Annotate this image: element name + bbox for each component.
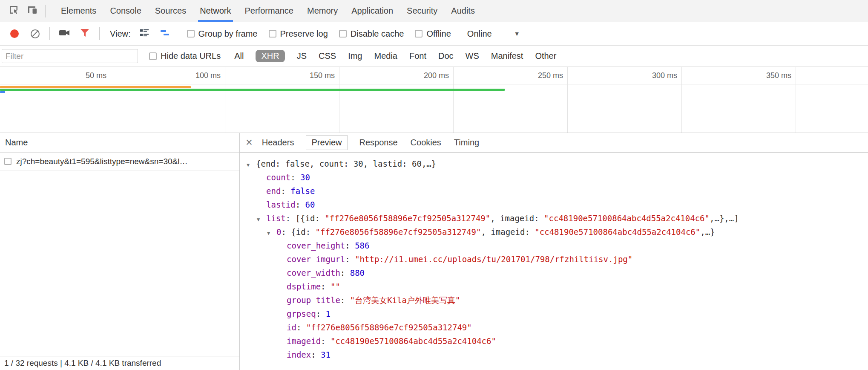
tree-row[interactable]: ▼0: {id: "ff276e8056f58896e7cf92505a3127… [247, 225, 868, 239]
request-list-empty-space [0, 171, 239, 356]
tree-row[interactable]: ▼list: [{id: "ff276e8056f58896e7cf92505a… [247, 211, 868, 225]
show-overview-button[interactable] [155, 25, 174, 43]
timeline-tick-label: 100 ms [161, 70, 221, 81]
timeline-gridline [225, 67, 225, 133]
details-tab-preview[interactable]: Preview [306, 135, 347, 150]
json-plain: : [{id: [286, 214, 325, 223]
json-key: cover_width [287, 268, 340, 278]
json-string: "台湾美女Kila户外唯美写真" [350, 295, 460, 305]
tree-row[interactable]: count: 30 [247, 171, 868, 184]
checkbox-preserve-log[interactable]: Preserve log [269, 29, 328, 39]
tree-row[interactable]: dsptime: "" [247, 280, 868, 293]
json-number: 586 [355, 241, 369, 250]
tree-row[interactable]: ▼{end: false, count: 30, lastid: 60,…} [247, 157, 868, 171]
filter-type-media[interactable]: Media [374, 51, 397, 61]
list-rows-icon [139, 27, 150, 40]
close-details-icon[interactable]: × [246, 137, 253, 148]
filter-type-all[interactable]: All [234, 51, 244, 61]
overview-bars-icon [159, 27, 170, 40]
checkbox-icon [269, 30, 276, 38]
separator [99, 27, 100, 40]
device-toolbar-button[interactable] [23, 2, 42, 20]
filter-type-css[interactable]: CSS [319, 51, 336, 61]
main-tabbar: ElementsConsoleSourcesNetworkPerformance… [0, 0, 868, 22]
separator [49, 27, 50, 40]
json-string: "http://i1.umei.cc/uploads/tu/201701/798… [355, 254, 632, 264]
main-split: Name zj?ch=beauty&t1=595&listtype=new&sn… [0, 133, 868, 370]
expander-triangle-icon[interactable]: ▼ [267, 226, 276, 240]
tab-network[interactable]: Network [198, 0, 233, 22]
tree-row[interactable]: imageid: "cc48190e57100864abc4d55a2c4104… [247, 334, 868, 348]
json-key: group_title [287, 295, 340, 305]
tab-sources[interactable]: Sources [153, 0, 188, 22]
json-number: 1 [326, 309, 331, 318]
timeline-gridline [453, 67, 454, 133]
details-tab-cookies[interactable]: Cookies [410, 136, 442, 150]
filter-input[interactable] [2, 49, 138, 63]
tab-memory[interactable]: Memory [305, 0, 339, 22]
tab-performance[interactable]: Performance [243, 0, 296, 22]
json-plain: : {id: [281, 227, 315, 237]
filter-type-ws[interactable]: WS [466, 51, 479, 61]
large-request-rows-button[interactable] [135, 25, 154, 43]
name-column-header[interactable]: Name [0, 133, 239, 153]
throttling-select[interactable]: Online ▼ [467, 29, 520, 39]
clear-button[interactable] [26, 25, 44, 43]
timeline-overview[interactable]: 50 ms100 ms150 ms200 ms250 ms300 ms350 m… [0, 67, 868, 133]
checkbox-disable-cache[interactable]: Disable cache [339, 29, 404, 39]
request-rows: zj?ch=beauty&t1=595&listtype=new&sn=30&l… [0, 153, 239, 171]
tab-elements[interactable]: Elements [59, 0, 98, 22]
timeline-gridline [681, 67, 682, 133]
tab-audits[interactable]: Audits [449, 0, 477, 22]
tree-row[interactable]: cover_imgurl: "http://i1.umei.cc/uploads… [247, 252, 868, 266]
timeline-gridline [796, 67, 796, 133]
checkbox-group-by-frame[interactable]: Group by frame [187, 29, 258, 39]
details-tab-headers[interactable]: Headers [261, 136, 295, 150]
json-plain: ,…},…] [710, 214, 739, 223]
filter-type-other[interactable]: Other [535, 51, 556, 61]
tab-console[interactable]: Console [108, 0, 143, 22]
tree-row[interactable]: group_title: "台湾美女Kila户外唯美写真" [247, 293, 868, 307]
tree-row[interactable]: grpseq: 1 [247, 307, 868, 321]
filter-type-img[interactable]: Img [348, 51, 362, 61]
json-key: imageid [287, 336, 321, 346]
json-key: cover_imgurl [287, 254, 345, 264]
json-string: "" [331, 282, 340, 291]
filter-type-js[interactable]: JS [297, 51, 307, 61]
filter-type-xhr[interactable]: XHR [256, 50, 285, 62]
tab-application[interactable]: Application [350, 0, 395, 22]
checkbox-icon [339, 30, 347, 38]
json-key: list [266, 214, 286, 223]
preview-json-tree: ▼{end: false, count: 30, lastid: 60,…}co… [240, 153, 868, 370]
details-tab-timing[interactable]: Timing [453, 136, 480, 150]
filter-button[interactable] [75, 25, 94, 43]
filter-type-font[interactable]: Font [409, 51, 426, 61]
tree-row[interactable]: end: false [247, 184, 868, 198]
filter-type-manifest[interactable]: Manifest [491, 51, 523, 61]
tree-row[interactable]: index: 31 [247, 348, 868, 361]
details-tabs: HeadersPreviewResponseCookiesTiming [261, 135, 480, 150]
tree-row[interactable]: cover_width: 880 [247, 266, 868, 280]
chevron-down-icon: ▼ [514, 30, 520, 37]
timeline-tick-label: 250 ms [503, 70, 563, 81]
request-row[interactable]: zj?ch=beauty&t1=595&listtype=new&sn=30&l… [0, 153, 239, 171]
inspect-element-button[interactable] [4, 2, 23, 20]
checkbox-offline[interactable]: Offline [415, 29, 451, 39]
hide-data-urls-checkbox[interactable]: Hide data URLs [149, 51, 221, 61]
expander-triangle-icon[interactable]: ▼ [247, 158, 256, 172]
record-button[interactable] [5, 25, 24, 43]
tree-row[interactable]: id: "ff276e8056f58896e7cf92505a312749" [247, 321, 868, 334]
json-string: "ff276e8056f58896e7cf92505a312749" [325, 214, 490, 223]
timeline-gridline [339, 67, 339, 133]
tab-security[interactable]: Security [405, 0, 439, 22]
json-plain: : [345, 241, 355, 250]
timeline-tick-label: 300 ms [618, 70, 677, 81]
throttling-value: Online [467, 29, 492, 39]
expander-triangle-icon[interactable]: ▼ [257, 213, 266, 226]
json-plain: : [281, 186, 290, 196]
tree-row[interactable]: cover_height: 586 [247, 239, 868, 252]
filter-type-doc[interactable]: Doc [438, 51, 454, 61]
tree-row[interactable]: lastid: 60 [247, 198, 868, 211]
capture-screenshots-button[interactable] [55, 25, 74, 43]
details-tab-response[interactable]: Response [359, 136, 399, 150]
